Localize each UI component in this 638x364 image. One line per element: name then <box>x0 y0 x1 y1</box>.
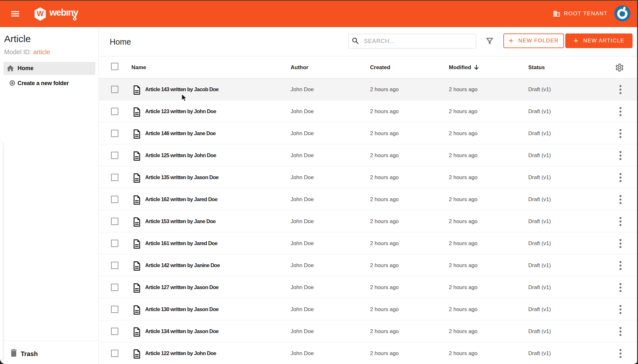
svg-text:W: W <box>37 10 44 18</box>
